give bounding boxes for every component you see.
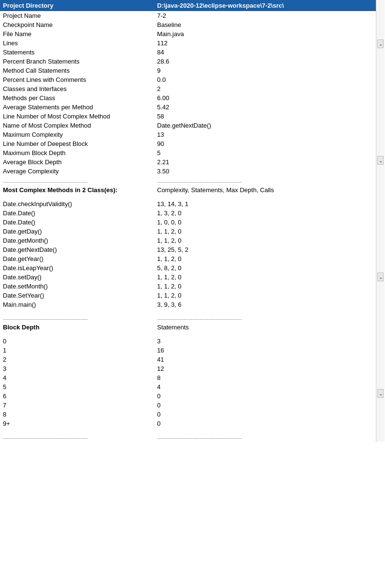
table-row: Average Statements per Method 5.42 (0, 103, 376, 112)
table-row: Methods per Class 6.00 (0, 93, 376, 103)
depth-label: 6 (3, 392, 157, 400)
method-name: Date.getDay() (3, 228, 157, 235)
row-value: 13 (157, 131, 373, 138)
table-row: Name of Most Complex Method Date.getNext… (0, 121, 376, 130)
row-label: Average Statements per Method (3, 104, 157, 111)
depth-statements: 0 (157, 411, 373, 418)
sep3-right: ----------------------------------------… (157, 435, 373, 441)
list-item: Main.main() 3, 9, 3, 6 (0, 300, 376, 309)
table-row: Percent Lines with Comments 0.0 (0, 75, 376, 84)
method-name: Date.getYear() (3, 255, 157, 262)
row-label: Method Call Statements (3, 67, 157, 74)
separator-2: ----------------------------------------… (0, 313, 376, 323)
method-values: 1, 1, 2, 0 (157, 274, 373, 281)
row-label: Maximum Block Depth (3, 149, 157, 157)
depth-label: 5 (3, 383, 157, 391)
chevron-down-3[interactable]: ⌄ (377, 273, 384, 281)
method-name: Date.SetYear() (3, 292, 157, 299)
sep1-right: ----------------------------------------… (157, 179, 373, 184)
sep2-right: ----------------------------------------… (157, 316, 373, 322)
method-name: Date.getMonth() (3, 237, 157, 244)
header-row: Project Directory D:\java-2020-12\eclips… (0, 0, 376, 11)
list-item: Date.SetYear() 1, 1, 2, 0 (0, 291, 376, 300)
depth-label: 0 (3, 338, 157, 345)
table-row: Maximum Complexity 13 (0, 130, 376, 139)
row-value: 90 (157, 140, 373, 147)
depth-label: 7 (3, 402, 157, 409)
row-value: 9 (157, 67, 373, 74)
row-value: 5 (157, 149, 373, 157)
list-item: Date.getDay() 1, 1, 2, 0 (0, 227, 376, 236)
list-item: Date.getMonth() 1, 1, 2, 0 (0, 236, 376, 245)
list-item: Date.Date() 1, 3, 2, 0 (0, 209, 376, 218)
list-item: Date.isLeapYear() 5, 8, 2, 0 (0, 263, 376, 273)
table-row: File Name Main.java (0, 29, 376, 39)
method-values: 1, 1, 2, 0 (157, 255, 373, 262)
section1-value: Complexity, Statements, Max Depth, Calls (157, 186, 373, 194)
chevron-down-1[interactable]: ⌄ (377, 39, 384, 48)
depth-label: 8 (3, 411, 157, 418)
table-row: Maximum Block Depth 5 (0, 148, 376, 157)
list-item: Date.Date() 1, 0, 0, 0 (0, 218, 376, 227)
depth-statements: 0 (157, 420, 373, 427)
table-row: Method Call Statements 9 (0, 66, 376, 75)
section1-header: Most Complex Methods in 2 Class(es): Com… (0, 185, 376, 196)
table-row: Average Complexity 3.50 (0, 167, 376, 176)
method-name: Main.main() (3, 301, 157, 308)
row-label: Maximum Complexity (3, 131, 157, 138)
depth-statements: 0 (157, 402, 373, 409)
row-value: 28.6 (157, 58, 373, 65)
section2-label: Block Depth (3, 324, 157, 331)
depth-label: 1 (3, 347, 157, 354)
depth-label: 4 (3, 374, 157, 381)
section1-label: Most Complex Methods in 2 Class(es): (3, 186, 157, 194)
row-label: Checkpoint Name (3, 21, 157, 28)
row-label: Average Block Depth (3, 158, 157, 166)
table-row: Checkpoint Name Baseline (0, 20, 376, 29)
depth-statements: 12 (157, 365, 373, 372)
row-label: Statements (3, 49, 157, 56)
table-row: Line Number of Deepest Block 90 (0, 139, 376, 148)
row-value: Date.getNextDate() (157, 122, 373, 129)
method-name: Date.Date() (3, 209, 157, 217)
depth-label: 3 (3, 365, 157, 372)
header-col2: D:\java-2020-12\eclipse-workspace\7-2\sr… (157, 2, 373, 9)
list-item: 3 12 (0, 364, 376, 373)
right-panel: ⌄ ⌄ ⌄ ⌄ (376, 0, 385, 442)
method-name: Date.checkInputValidity() (3, 200, 157, 208)
method-name: Date.Date() (3, 219, 157, 226)
depth-rows: 0 3 1 16 2 41 3 12 4 8 5 4 6 0 7 0 8 0 9… (0, 337, 376, 428)
list-item: 8 0 (0, 410, 376, 419)
row-value: Main.java (157, 30, 373, 38)
row-value: 112 (157, 39, 373, 47)
row-value: 5.42 (157, 104, 373, 111)
depth-label: 2 (3, 356, 157, 363)
chevron-down-2[interactable]: ⌄ (377, 156, 384, 165)
method-name: Date.getNextDate() (3, 246, 157, 253)
section2-header: Block Depth Statements (0, 323, 376, 333)
method-values: 1, 1, 2, 0 (157, 228, 373, 235)
row-label: Percent Lines with Comments (3, 76, 157, 83)
main-data-rows: Project Name 7-2 Checkpoint Name Baselin… (0, 11, 376, 176)
method-name: Date.setMonth() (3, 283, 157, 290)
separator-3: ----------------------------------------… (0, 432, 376, 442)
method-values: 3, 9, 3, 6 (157, 301, 373, 308)
method-values: 1, 0, 0, 0 (157, 219, 373, 226)
row-value: 3.50 (157, 168, 373, 175)
method-values: 1, 1, 2, 0 (157, 283, 373, 290)
table-row: Average Block Depth 2.21 (0, 157, 376, 167)
method-values: 5, 8, 2, 0 (157, 264, 373, 272)
row-value: 58 (157, 113, 373, 120)
method-values: 1, 3, 2, 0 (157, 209, 373, 217)
separator-1: ----------------------------------------… (0, 176, 376, 185)
section2-value: Statements (157, 324, 373, 331)
row-label: Project Name (3, 12, 157, 19)
list-item: 4 8 (0, 373, 376, 382)
methods-rows: Date.checkInputValidity() 13, 14, 3, 1 D… (0, 199, 376, 309)
list-item: 9+ 0 (0, 419, 376, 428)
chevron-down-4[interactable]: ⌄ (377, 389, 384, 398)
row-value: 6.00 (157, 94, 373, 102)
method-values: 13, 14, 3, 1 (157, 200, 373, 208)
method-values: 13, 25, 5, 2 (157, 246, 373, 253)
header-col1: Project Directory (3, 2, 157, 9)
